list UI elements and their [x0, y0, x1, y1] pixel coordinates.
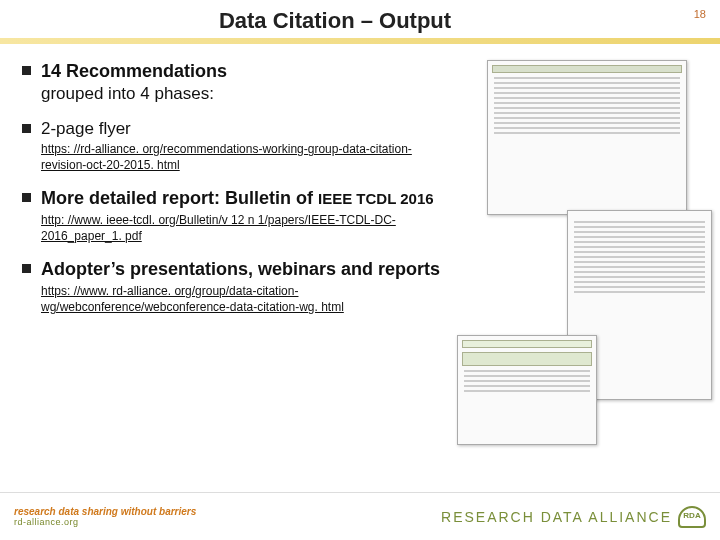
footer-left: research data sharing without barriers r…	[14, 506, 196, 527]
bullet-head: 14 Recommendations	[41, 60, 227, 83]
page-number: 18	[694, 8, 706, 20]
bullet-recommendations: 14 Recommendations grouped into 4 phases…	[22, 60, 442, 104]
flyer-link[interactable]: https: //rd-alliance. org/recommendation…	[41, 141, 442, 173]
footer-url: rd-alliance.org	[14, 517, 196, 527]
slide-title: Data Citation – Output	[0, 8, 670, 34]
bullet-text: Adopter’s presentations, webinars and re…	[41, 258, 440, 281]
bullet-text: More detailed report: Bulletin of IEEE T…	[41, 187, 434, 210]
bullet-square-icon	[22, 124, 31, 133]
report-link[interactable]: http: //www. ieee-tcdl. org/Bulletin/v 1…	[41, 212, 442, 244]
bullet-text: 2-page flyer	[41, 118, 131, 139]
bullet-subtext: grouped into 4 phases:	[41, 83, 442, 104]
bullet-report: More detailed report: Bulletin of IEEE T…	[22, 187, 442, 244]
thumbnail-stack	[457, 60, 712, 460]
content-area: 14 Recommendations grouped into 4 phases…	[22, 60, 442, 329]
footer-tagline: research data sharing without barriers	[14, 506, 196, 517]
rda-logo-icon	[678, 506, 706, 528]
footer-right: RESEARCH DATA ALLIANCE	[441, 506, 706, 528]
bullet-adopters: Adopter’s presentations, webinars and re…	[22, 258, 442, 315]
report-text-a: More detailed report: Bulletin of	[41, 188, 318, 208]
header-accent-band	[0, 38, 720, 44]
doc-thumbnail	[487, 60, 687, 215]
bullet-flyer: 2-page flyer https: //rd-alliance. org/r…	[22, 118, 442, 174]
bullet-square-icon	[22, 264, 31, 273]
adopters-link[interactable]: https: //www. rd-alliance. org/group/dat…	[41, 283, 442, 315]
footer: research data sharing without barriers r…	[0, 492, 720, 540]
bullet-square-icon	[22, 66, 31, 75]
doc-thumbnail	[457, 335, 597, 445]
report-text-b: IEEE TCDL 2016	[318, 190, 434, 207]
bullet-square-icon	[22, 193, 31, 202]
footer-org-name: RESEARCH DATA ALLIANCE	[441, 509, 672, 525]
